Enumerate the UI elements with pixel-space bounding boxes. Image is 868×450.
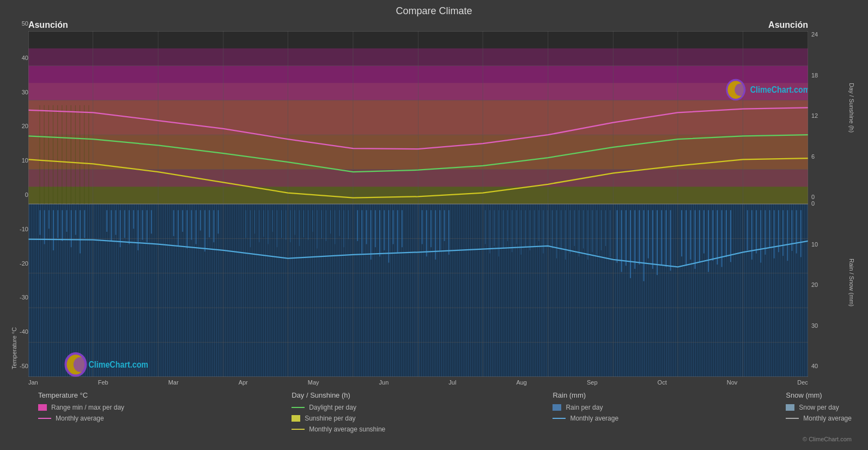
svg-rect-78 bbox=[444, 210, 445, 241]
svg-rect-135 bbox=[321, 210, 322, 238]
svg-rect-146 bbox=[503, 210, 503, 248]
svg-rect-117 bbox=[800, 210, 802, 257]
svg-rect-132 bbox=[308, 210, 308, 239]
legend-area: Temperature °C Range min / max per day M… bbox=[11, 386, 857, 436]
svg-rect-54 bbox=[186, 210, 187, 248]
svg-rect-114 bbox=[787, 210, 788, 261]
svg-rect-99 bbox=[708, 210, 709, 272]
svg-rect-105 bbox=[747, 210, 748, 250]
svg-rect-84 bbox=[634, 210, 635, 269]
svg-rect-170 bbox=[610, 210, 610, 257]
svg-rect-63 bbox=[361, 210, 362, 253]
svg-rect-169 bbox=[605, 210, 606, 246]
svg-rect-116 bbox=[796, 210, 797, 253]
chart-svg: ClimeChart.com ClimeChart.com bbox=[28, 31, 808, 377]
legend-rain-avg-label: Monthly average bbox=[570, 415, 618, 422]
svg-rect-48 bbox=[142, 210, 143, 239]
svg-rect-120 bbox=[254, 210, 255, 233]
legend-temperature: Temperature °C Range min / max per day M… bbox=[38, 391, 124, 433]
svg-rect-65 bbox=[371, 210, 372, 260]
right-axis-30: 30 bbox=[811, 322, 818, 329]
svg-rect-87 bbox=[648, 210, 649, 258]
svg-rect-70 bbox=[392, 210, 393, 244]
svg-rect-180 bbox=[80, 105, 80, 204]
svg-rect-126 bbox=[281, 210, 282, 238]
svg-rect-88 bbox=[652, 210, 653, 269]
svg-rect-64 bbox=[366, 210, 367, 244]
chart-area: Temperature °C 50 40 30 20 10 0 -10 -20 … bbox=[11, 20, 857, 386]
svg-rect-40 bbox=[106, 210, 107, 232]
svg-rect-142 bbox=[485, 210, 485, 244]
month-apr: Apr bbox=[239, 379, 248, 386]
svg-rect-83 bbox=[630, 210, 631, 278]
svg-rect-45 bbox=[129, 210, 130, 244]
svg-rect-110 bbox=[769, 210, 770, 247]
svg-rect-119 bbox=[250, 210, 251, 247]
svg-rect-130 bbox=[299, 210, 300, 246]
svg-rect-92 bbox=[670, 210, 671, 271]
legend-snow-avg-line bbox=[786, 418, 799, 419]
svg-rect-91 bbox=[665, 210, 666, 267]
svg-rect-133 bbox=[312, 210, 313, 232]
svg-rect-77 bbox=[439, 210, 440, 250]
svg-rect-93 bbox=[681, 210, 682, 256]
svg-rect-168 bbox=[601, 210, 602, 250]
legend-daylight-label: Daylight per day bbox=[309, 404, 356, 411]
month-mar: Mar bbox=[168, 379, 179, 386]
svg-rect-150 bbox=[521, 210, 521, 255]
right-axis-40: 40 bbox=[811, 363, 818, 369]
legend-temp-range-swatch bbox=[38, 404, 47, 411]
svg-rect-38 bbox=[80, 210, 81, 253]
legend-snow-per-day-label: Snow per day bbox=[799, 404, 839, 411]
month-dec: Dec bbox=[797, 379, 808, 386]
svg-rect-165 bbox=[587, 210, 588, 260]
svg-rect-75 bbox=[430, 210, 432, 247]
svg-text:ClimeChart.com: ClimeChart.com bbox=[88, 359, 148, 369]
svg-rect-49 bbox=[147, 210, 148, 242]
svg-rect-31 bbox=[48, 210, 50, 229]
svg-rect-161 bbox=[569, 210, 570, 253]
svg-rect-141 bbox=[348, 210, 349, 239]
svg-rect-122 bbox=[263, 210, 264, 237]
svg-rect-121 bbox=[259, 210, 259, 242]
svg-rect-182 bbox=[88, 105, 89, 204]
svg-rect-97 bbox=[699, 210, 700, 262]
right-location-label: Asunción bbox=[768, 20, 808, 30]
svg-rect-147 bbox=[507, 210, 508, 241]
svg-rect-115 bbox=[791, 210, 792, 251]
svg-text:ClimeChart.com: ClimeChart.com bbox=[750, 85, 808, 95]
svg-rect-94 bbox=[685, 210, 687, 266]
legend-sunshine-per-day-label: Sunshine per day bbox=[305, 415, 355, 422]
chart-canvas: ClimeChart.com ClimeChart.com bbox=[28, 31, 808, 377]
svg-rect-29 bbox=[39, 210, 40, 235]
svg-rect-41 bbox=[111, 210, 112, 241]
svg-rect-35 bbox=[66, 210, 67, 232]
legend-sunshine-avg-line bbox=[292, 429, 305, 430]
legend-snow-per-day-swatch bbox=[786, 404, 794, 411]
svg-rect-80 bbox=[616, 210, 617, 262]
svg-rect-151 bbox=[525, 210, 526, 247]
svg-rect-174 bbox=[53, 105, 53, 204]
svg-rect-37 bbox=[75, 210, 76, 235]
legend-sunshine-title: Day / Sunshine (h) bbox=[292, 391, 385, 399]
svg-rect-95 bbox=[690, 210, 691, 260]
svg-rect-171 bbox=[39, 105, 40, 204]
svg-rect-154 bbox=[538, 210, 539, 241]
month-nov: Nov bbox=[727, 379, 738, 386]
svg-rect-136 bbox=[326, 210, 326, 241]
legend-rain-per-day: Rain per day bbox=[553, 404, 618, 411]
svg-rect-148 bbox=[512, 210, 512, 252]
svg-rect-124 bbox=[272, 210, 273, 232]
svg-rect-137 bbox=[330, 210, 331, 233]
svg-rect-106 bbox=[751, 210, 752, 260]
right-axis-10: 10 bbox=[811, 241, 818, 248]
svg-rect-179 bbox=[75, 105, 76, 204]
legend-temp-avg-line bbox=[38, 418, 51, 419]
svg-rect-162 bbox=[574, 210, 575, 246]
y-axis-left-label: Temperature °C bbox=[11, 20, 17, 369]
svg-rect-111 bbox=[774, 210, 775, 258]
svg-rect-33 bbox=[57, 210, 58, 238]
svg-rect-152 bbox=[530, 210, 530, 250]
svg-rect-160 bbox=[565, 210, 566, 260]
legend-rain: Rain (mm) Rain per day Monthly average bbox=[553, 391, 618, 433]
